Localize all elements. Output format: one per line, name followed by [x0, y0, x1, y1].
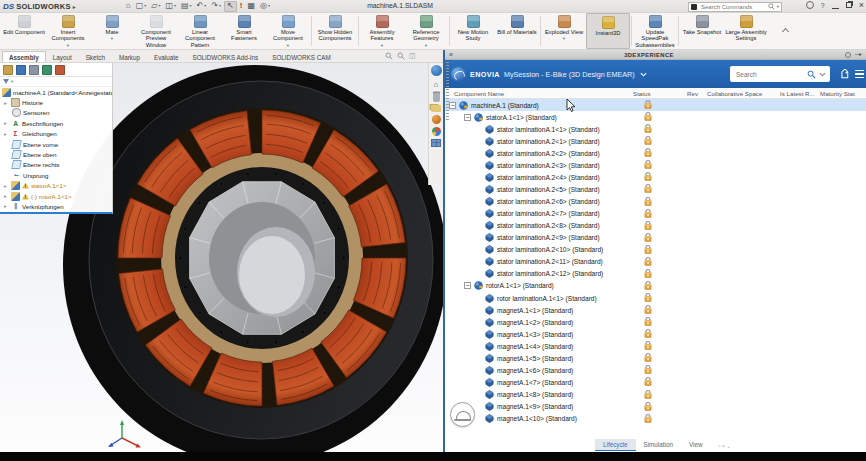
dropdown-arrow-icon[interactable]: ▾ — [287, 43, 289, 48]
component-row[interactable]: stator laminationA.2<7> (Standard) — [445, 208, 866, 220]
expand-arrow-icon[interactable]: ▸ — [4, 100, 9, 106]
command-tab[interactable]: Assembly — [2, 51, 46, 62]
quick-access-button[interactable]: ↷ ▾ — [209, 1, 223, 12]
feature-tree-item[interactable]: Ebene rechts — [0, 160, 112, 170]
dropdown-arrow-icon[interactable]: ▾ — [158, 2, 160, 10]
column-header[interactable]: Component Name — [445, 90, 633, 97]
feature-tree-item[interactable]: Ebene vorne — [0, 139, 112, 149]
column-header[interactable]: Rev — [687, 90, 707, 97]
expander-minus-icon[interactable]: − — [464, 282, 471, 289]
component-row[interactable]: magnetA.1<3> (Standard) — [445, 328, 866, 340]
restore-button[interactable] — [846, 2, 852, 8]
expand-arrow-icon[interactable]: ▸ — [4, 203, 9, 209]
filter-dropdown-icon[interactable]: ▾ — [11, 79, 13, 84]
component-row[interactable]: − statorA.1<1> (Standard) — [445, 111, 866, 123]
feature-tree-item[interactable]: ▸ (-) rotorA.1<1> — [0, 191, 112, 201]
dropdown-arrow-icon[interactable]: ▾ — [219, 2, 221, 10]
feature-manager-tab-icon[interactable] — [16, 65, 26, 75]
feature-tree-item[interactable]: ▸ Σ Gleichungen — [0, 129, 112, 139]
quick-access-button[interactable]: ▦ — [245, 1, 257, 12]
filter-funnel-icon[interactable] — [3, 79, 9, 84]
dropdown-arrow-icon[interactable]: ▾ — [204, 2, 206, 10]
feature-tree-item[interactable]: ⌙ Ursprung — [0, 170, 112, 180]
feature-manager-tab-icon[interactable] — [42, 65, 52, 75]
command-tab[interactable]: Evaluate — [147, 51, 186, 62]
component-row[interactable]: stator laminationA.2<2> (Standard) — [445, 147, 866, 159]
task-pane-icon[interactable] — [431, 139, 441, 147]
footer-tab[interactable]: Lifecycle — [595, 439, 636, 451]
dropdown-arrow-icon[interactable]: ▾ — [425, 43, 427, 48]
footer-tab[interactable]: View — [681, 439, 711, 451]
ribbon-button[interactable]: Take Snapshot — [680, 13, 724, 49]
quick-access-button[interactable]: ↖ — [224, 1, 237, 12]
task-pane-icon[interactable] — [432, 115, 441, 124]
component-row[interactable]: rotor laminationA.1<1> (Standard) — [445, 292, 866, 304]
component-row[interactable]: stator laminationA.2<12> (Standard) — [445, 268, 866, 280]
footer-tab[interactable]: Simulation — [636, 439, 681, 451]
dropdown-arrow-icon[interactable]: ▾ — [111, 36, 113, 41]
command-tab[interactable]: SOLIDWORKS Add-Ins — [185, 51, 265, 62]
feature-tree-item[interactable]: ▸ Historie — [0, 97, 112, 107]
ribbon-button[interactable]: Reference Geometry ▾ — [404, 13, 448, 49]
task-pane-icon[interactable] — [431, 65, 442, 76]
component-row[interactable]: stator laminationA.2<11> (Standard) — [445, 256, 866, 268]
expand-arrow-icon[interactable]: ▸ — [4, 193, 9, 199]
user-account-icon[interactable] — [806, 1, 814, 9]
column-header[interactable]: Maturity Stat — [820, 90, 866, 97]
panel-drag-handle[interactable] — [446, 62, 449, 122]
command-search-input[interactable] — [699, 3, 766, 11]
search-scope-icon[interactable] — [691, 4, 697, 10]
component-row[interactable]: stator laminationA.2<6> (Standard) — [445, 196, 866, 208]
expand-arrow-icon[interactable]: ▸ — [4, 120, 9, 126]
component-row[interactable]: stator laminationA.2<1> (Standard) — [445, 135, 866, 147]
dropdown-arrow-icon[interactable]: ▾ — [563, 36, 565, 41]
dropdown-arrow-icon[interactable]: ▾ — [381, 43, 383, 48]
quick-access-button[interactable]: ▱ ▾ — [149, 1, 162, 12]
feature-manager-tab-icon[interactable] — [3, 65, 13, 75]
brand-arrow-icon[interactable]: ▸ — [73, 3, 76, 10]
component-row[interactable]: stator laminationA.2<9> (Standard) — [445, 232, 866, 244]
component-row[interactable]: − rotorA.1<1> (Standard) — [445, 280, 866, 292]
feature-manager-tab-icon[interactable] — [29, 65, 39, 75]
dropdown-arrow-icon[interactable]: ▾ — [174, 2, 176, 10]
minimize-button[interactable] — [832, 2, 839, 9]
component-row[interactable]: magnetA.1<8> (Standard) — [445, 389, 866, 401]
component-row[interactable]: stator laminationA.2<3> (Standard) — [445, 159, 866, 171]
component-row[interactable]: magnetA.1<9> (Standard) — [445, 401, 866, 413]
dropdown-arrow-icon[interactable]: ▾ — [268, 2, 270, 10]
view-settings-icon[interactable]: ◫ — [409, 52, 416, 60]
ribbon-button[interactable]: Assembly Features ▾ — [360, 13, 404, 49]
quick-access-button[interactable]: ▤ ▾ — [179, 1, 194, 12]
dropdown-arrow-icon[interactable]: ▾ — [67, 43, 69, 48]
component-row[interactable]: magnetA.1<1> (Standard) — [445, 304, 866, 316]
ribbon-collapse-chevron[interactable] — [782, 28, 790, 33]
ribbon-button[interactable]: Large Assembly Settings — [724, 13, 768, 49]
component-row[interactable]: − machineA.1 (Standard) — [445, 99, 866, 111]
ribbon-button[interactable]: Mate ▾ — [90, 13, 134, 49]
task-pane-icon[interactable] — [431, 105, 441, 112]
expand-arrow-icon[interactable]: ▸ — [4, 131, 9, 137]
expander-minus-icon[interactable]: − — [464, 114, 471, 121]
ribbon-button[interactable]: Insert Components ▾ — [46, 13, 90, 49]
close-button[interactable]: × — [859, 2, 864, 9]
column-header[interactable]: Status — [633, 90, 687, 97]
ribbon-button[interactable]: Move Component ▾ — [266, 13, 310, 49]
ribbon-button[interactable]: Instant3D — [586, 13, 630, 49]
component-row[interactable]: stator laminationA.2<8> (Standard) — [445, 220, 866, 232]
feature-tree-item[interactable]: ▸ A Beschriftungen — [0, 118, 112, 128]
command-tab[interactable]: Markup — [112, 51, 147, 62]
feature-tree-item[interactable]: machineA.1 (Standard<Anzeigestatus-1 — [0, 87, 112, 97]
ribbon-button[interactable]: Smart Fasteners — [222, 13, 266, 49]
component-row[interactable]: magnetA.1<5> (Standard) — [445, 352, 866, 364]
assistant-helmet-icon[interactable] — [450, 402, 475, 427]
quick-access-button[interactable]: ↶ ▾ — [195, 1, 209, 12]
enovia-search-input[interactable] — [734, 70, 804, 79]
column-header[interactable]: Collaborative Space — [707, 90, 780, 97]
command-tab[interactable]: SOLIDWORKS CAM — [265, 51, 337, 62]
component-row[interactable]: magnetA.1<2> (Standard) — [445, 316, 866, 328]
menu-icon[interactable] — [855, 70, 864, 78]
feature-manager-tab-icon[interactable] — [55, 65, 65, 75]
feature-tree-item[interactable]: ▸ statorA.1<1> — [0, 181, 112, 191]
help-icon[interactable]: ? — [821, 2, 825, 9]
session-dropdown-icon[interactable] — [640, 71, 647, 78]
